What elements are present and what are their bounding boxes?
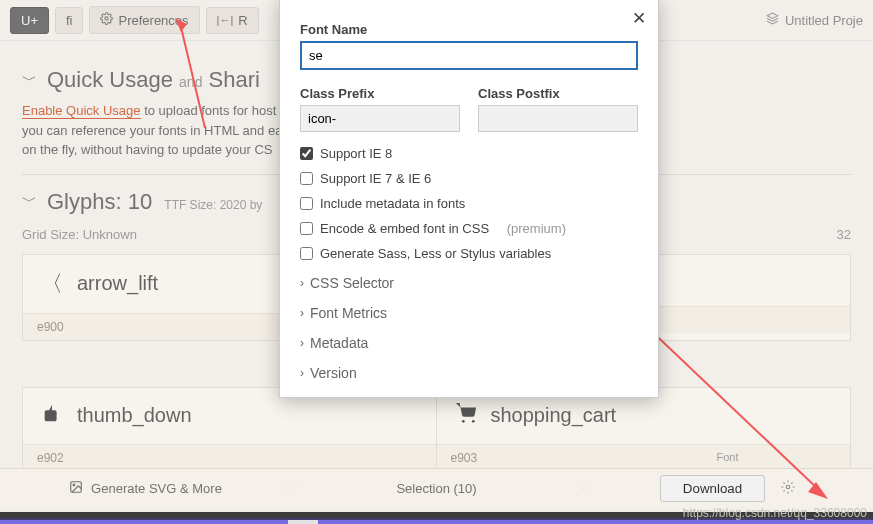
css-selector-expander[interactable]: ›CSS Selector — [300, 275, 638, 291]
support-ie76-checkbox[interactable]: Support IE 7 & IE 6 — [300, 171, 638, 186]
svg-point-0 — [105, 17, 108, 20]
shopping-cart-icon — [455, 402, 477, 430]
quick-usage-title: Quick Usage and Shari — [47, 67, 260, 93]
project-info[interactable]: Untitled Proje — [766, 12, 863, 28]
project-title: Untitled Proje — [785, 13, 863, 28]
svg-point-3 — [471, 419, 474, 422]
generate-sass-checkbox[interactable]: Generate Sass, Less or Stylus variables — [300, 246, 638, 261]
glyph-name: arrow_lift — [77, 272, 158, 295]
chevron-right-icon: › — [300, 366, 304, 380]
svg-point-2 — [461, 419, 464, 422]
enable-quick-usage-link[interactable]: Enable Quick Usage — [22, 103, 141, 119]
reset-button[interactable]: |←| R — [206, 7, 259, 34]
include-metadata-checkbox[interactable]: Include metadata in fonts — [300, 196, 638, 211]
metadata-expander[interactable]: ›Metadata — [300, 335, 638, 351]
font-metrics-expander[interactable]: ›Font Metrics — [300, 305, 638, 321]
svg-marker-1 — [767, 13, 778, 18]
download-button[interactable]: Download — [660, 475, 765, 502]
encode-embed-checkbox[interactable]: Encode & embed font in CSS (premium) — [300, 221, 638, 236]
preferences-modal: ✕ Font Name Class Prefix Class Postfix S… — [279, 0, 659, 398]
watermark-text: https://blog.csdn.net/qq_33608000 — [683, 506, 867, 520]
glyph-cell[interactable]: shopping_cart e903 — [437, 387, 852, 472]
font-name-input[interactable] — [300, 41, 638, 70]
preferences-label: Preferences — [118, 13, 188, 28]
class-prefix-input[interactable] — [300, 105, 460, 132]
glyph-name: shopping_cart — [491, 404, 617, 427]
footer-bar: Generate SVG & More Selection (10) Font … — [0, 468, 873, 508]
font-name-label: Font Name — [300, 22, 638, 37]
stack-icon — [766, 12, 779, 28]
chevron-down-icon: ﹀ — [22, 71, 37, 90]
selection-tab[interactable]: Selection (10) — [291, 468, 582, 508]
font-download-tab[interactable]: Font Download — [582, 468, 873, 508]
glyph-code: e903 — [437, 444, 851, 471]
selection-label: Selection (10) — [396, 481, 476, 496]
arrow-lift-icon: 〈 — [41, 269, 63, 299]
chevron-right-icon: › — [300, 306, 304, 320]
chevron-down-icon: ﹀ — [22, 192, 37, 211]
close-button[interactable]: ✕ — [632, 8, 646, 29]
reset-label: R — [238, 13, 247, 28]
grid-size-label: Grid Size: Unknown — [22, 227, 137, 242]
gear-icon — [100, 12, 113, 28]
reset-icon: |←| — [217, 14, 234, 26]
ligature-button[interactable]: fi — [55, 7, 84, 34]
glyph-code: e902 — [23, 444, 436, 471]
generate-svg-label: Generate SVG & More — [91, 481, 222, 496]
class-prefix-label: Class Prefix — [300, 86, 460, 101]
preferences-button[interactable]: Preferences — [89, 6, 199, 34]
chevron-right-icon: › — [300, 276, 304, 290]
svg-point-6 — [786, 485, 790, 489]
class-postfix-label: Class Postfix — [478, 86, 638, 101]
font-tab-label: Font — [716, 451, 738, 463]
class-postfix-input[interactable] — [478, 105, 638, 132]
glyph-cell[interactable]: thumb_down e902 — [22, 387, 437, 472]
unicode-button[interactable]: U+ — [10, 7, 49, 34]
glyph-count: 32 — [837, 227, 851, 242]
image-icon — [69, 480, 83, 497]
gear-icon[interactable] — [781, 480, 795, 497]
download-label: Download — [683, 481, 742, 496]
glyphs-title: Glyphs: 10 TTF Size: 2020 by — [47, 189, 262, 215]
thumb-down-icon — [41, 402, 63, 430]
svg-point-5 — [73, 484, 75, 486]
support-ie8-checkbox[interactable]: Support IE 8 — [300, 146, 638, 161]
version-expander[interactable]: ›Version — [300, 365, 638, 381]
generate-svg-tab[interactable]: Generate SVG & More — [0, 468, 291, 508]
chevron-right-icon: › — [300, 336, 304, 350]
glyph-name: thumb_down — [77, 404, 192, 427]
